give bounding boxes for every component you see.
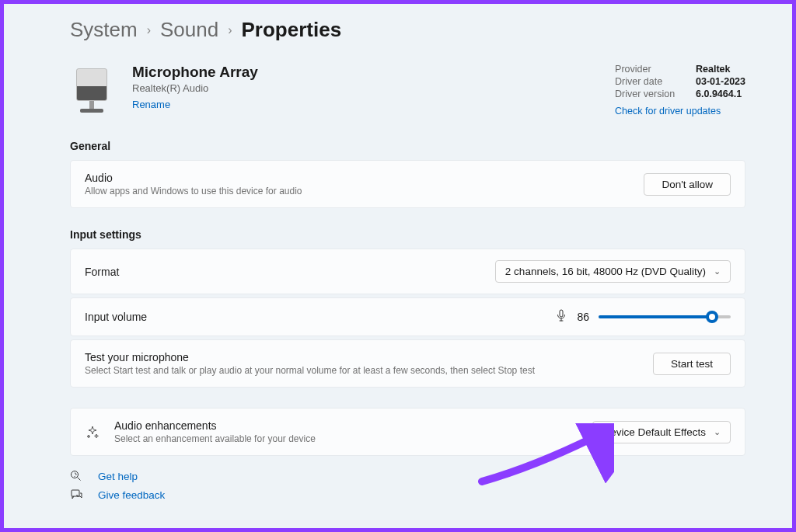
volume-slider-thumb[interactable] <box>706 311 718 323</box>
rename-link[interactable]: Rename <box>132 99 170 110</box>
input-volume-card: Input volume 86 <box>70 297 745 336</box>
section-input-title: Input settings <box>70 228 745 241</box>
audio-permission-card: Audio Allow apps and Windows to use this… <box>70 160 745 208</box>
driver-date-label: Driver date <box>615 76 682 87</box>
format-dropdown-value: 2 channels, 16 bit, 48000 Hz (DVD Qualit… <box>505 266 706 277</box>
microphone-icon[interactable] <box>555 309 567 325</box>
audio-card-title: Audio <box>85 172 302 184</box>
section-general-title: General <box>70 140 745 152</box>
driver-date-value: 03-01-2023 <box>696 76 745 87</box>
svg-rect-2 <box>72 490 79 496</box>
device-subtitle: Realtek(R) Audio <box>132 82 596 94</box>
sparkle-icon <box>85 424 100 440</box>
enhance-title: Audio enhancements <box>114 419 316 432</box>
input-volume-label: Input volume <box>85 311 147 323</box>
driver-version-label: Driver version <box>615 89 682 99</box>
format-dropdown[interactable]: 2 channels, 16 bit, 48000 Hz (DVD Qualit… <box>495 260 731 283</box>
svg-point-1 <box>74 476 75 477</box>
dont-allow-button[interactable]: Don't allow <box>644 173 731 196</box>
device-header: Microphone Array Realtek(R) Audio Rename… <box>70 64 745 116</box>
give-feedback-row: Give feedback <box>70 489 745 501</box>
breadcrumb-properties: Properties <box>242 18 342 42</box>
test-mic-title: Test your microphone <box>85 351 535 363</box>
feedback-icon <box>70 489 84 501</box>
get-help-row: Get help <box>70 470 745 482</box>
give-feedback-link[interactable]: Give feedback <box>98 489 165 501</box>
start-test-button[interactable]: Start test <box>653 353 731 375</box>
driver-version-value: 6.0.9464.1 <box>696 89 742 99</box>
driver-provider-value: Realtek <box>696 64 730 75</box>
format-label: Format <box>85 266 119 278</box>
chevron-right-icon: › <box>147 23 151 37</box>
svg-point-0 <box>72 471 79 478</box>
driver-info: Provider Realtek Driver date 03-01-2023 … <box>615 64 745 116</box>
get-help-link[interactable]: Get help <box>98 471 138 482</box>
help-icon <box>70 470 84 482</box>
enhance-sub: Select an enhancement available for your… <box>114 433 316 444</box>
device-title: Microphone Array <box>132 64 596 81</box>
audio-card-sub: Allow apps and Windows to use this devic… <box>85 186 302 196</box>
chevron-down-icon: ⌄ <box>714 266 721 276</box>
check-driver-updates-link[interactable]: Check for driver updates <box>615 106 721 116</box>
test-microphone-card: Test your microphone Select Start test a… <box>70 339 745 388</box>
format-card: Format 2 channels, 16 bit, 48000 Hz (DVD… <box>70 249 745 294</box>
breadcrumb-sound[interactable]: Sound <box>160 18 218 42</box>
breadcrumb-system[interactable]: System <box>70 18 138 42</box>
chevron-right-icon: › <box>228 23 232 37</box>
chevron-down-icon: ⌄ <box>714 427 721 437</box>
enhancements-dropdown[interactable]: Device Default Effects ⌄ <box>592 421 731 443</box>
breadcrumb: System › Sound › Properties <box>70 18 745 42</box>
audio-enhancements-card: Audio enhancements Select an enhancement… <box>70 408 745 456</box>
microphone-device-icon <box>70 64 113 113</box>
volume-slider[interactable] <box>599 315 731 318</box>
test-mic-sub: Select Start test and talk or play audio… <box>85 365 535 376</box>
driver-provider-label: Provider <box>615 64 682 75</box>
enhancements-dropdown-value: Device Default Effects <box>602 426 706 438</box>
volume-value: 86 <box>577 311 589 323</box>
